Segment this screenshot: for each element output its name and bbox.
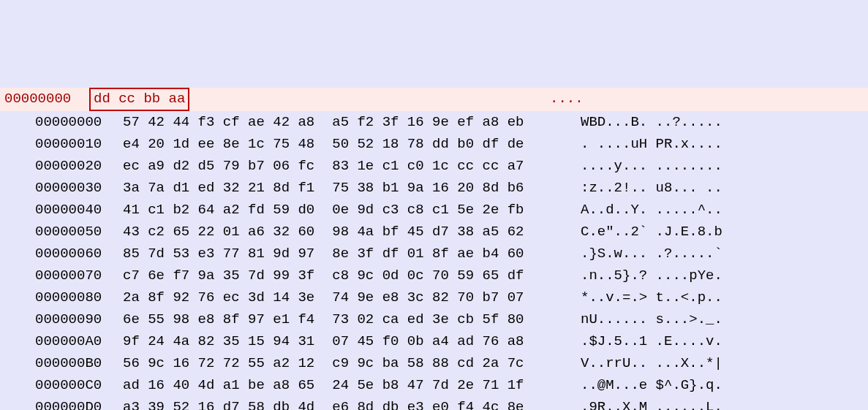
row-offset: 00000020	[0, 155, 123, 177]
hex-group-2: 98 4a bf 45 d7 38 a5 62	[332, 221, 524, 243]
row-ascii: ....y... ........	[532, 155, 844, 177]
hex-group-1: 2a 8f 92 76 ec 3d 14 3e	[123, 286, 314, 308]
row-hex-bytes: 56 9c 16 72 72 55 a2 12c9 9c ba 58 88 cd…	[123, 352, 532, 374]
row-offset: 00000000	[0, 111, 123, 133]
row-offset: 00000070	[0, 265, 123, 286]
row-hex-bytes: e4 20 1d ee 8e 1c 75 4850 52 18 78 dd b0…	[123, 133, 532, 155]
row-ascii: nU...... s...>._.	[532, 308, 844, 330]
hex-group-2: e6 8d db e3 e0 f4 4c 8e	[332, 396, 524, 410]
hex-group-1: 3a 7a d1 ed 32 21 8d f1	[123, 177, 314, 199]
hex-group-2: 75 38 b1 9a 16 20 8d b6	[332, 177, 524, 199]
header-offset: 00000000	[0, 88, 92, 111]
row-ascii: .$J.5..1 .E....v.	[532, 330, 844, 352]
row-ascii: *..v.=.> t..<.p..	[532, 286, 844, 308]
row-hex-bytes: 3a 7a d1 ed 32 21 8d f175 38 b1 9a 16 20…	[123, 177, 532, 199]
hex-group-1: 9f 24 4a 82 35 15 94 31	[123, 330, 314, 352]
header-row: 00000000dd cc bb aa....	[0, 88, 868, 111]
hex-group-2: c8 9c 0d 0c 70 59 65 df	[332, 265, 524, 286]
row-hex-bytes: ec a9 d2 d5 79 b7 06 fc83 1e c1 c0 1c cc…	[123, 155, 532, 177]
hex-group-1: a3 39 52 16 d7 58 db 4d	[123, 396, 314, 410]
hex-dump-view: 00000000dd cc bb aa....0000000057 42 44 …	[0, 88, 868, 410]
header-hex-highlight-box: dd cc bb aa	[89, 88, 189, 111]
row-offset: 00000010	[0, 133, 123, 155]
row-offset: 000000B0	[0, 352, 123, 374]
hex-group-2: 83 1e c1 c0 1c cc cc a7	[332, 155, 524, 177]
hex-group-2: 73 02 ca ed 3e cb 5f 80	[332, 308, 524, 330]
row-hex-bytes: 2a 8f 92 76 ec 3d 14 3e74 9e e8 3c 82 70…	[123, 286, 532, 308]
header-hex-area: dd cc bb aa	[92, 88, 502, 111]
hex-row: 000000303a 7a d1 ed 32 21 8d f175 38 b1 …	[0, 177, 868, 199]
row-offset: 00000080	[0, 286, 123, 308]
row-hex-bytes: c7 6e f7 9a 35 7d 99 3fc8 9c 0d 0c 70 59…	[123, 265, 532, 286]
hex-group-2: 07 45 f0 0b a4 ad 76 a8	[332, 330, 524, 352]
row-ascii: .}S.w... .?.....`	[532, 243, 844, 265]
hex-row: 00000020ec a9 d2 d5 79 b7 06 fc83 1e c1 …	[0, 155, 868, 177]
row-ascii: V..rrU.. ...X..*|	[532, 352, 844, 374]
hex-group-1: 85 7d 53 e3 77 81 9d 97	[123, 243, 314, 265]
row-offset: 00000040	[0, 199, 123, 221]
hex-row: 0000006085 7d 53 e3 77 81 9d 978e 3f df …	[0, 243, 868, 265]
hex-group-2: 74 9e e8 3c 82 70 b7 07	[332, 286, 524, 308]
hex-group-2: 24 5e b8 47 7d 2e 71 1f	[332, 374, 524, 396]
hex-group-2: 50 52 18 78 dd b0 df de	[332, 133, 524, 155]
row-offset: 00000090	[0, 308, 123, 330]
row-hex-bytes: 6e 55 98 e8 8f 97 e1 f473 02 ca ed 3e cb…	[123, 308, 532, 330]
row-ascii: A..d..Y. .....^..	[532, 199, 844, 221]
hex-row: 0000004041 c1 b2 64 a2 fd 59 d00e 9d c3 …	[0, 199, 868, 221]
row-ascii: . ....uH PR.x....	[532, 133, 844, 155]
hex-row: 000000C0ad 16 40 4d a1 be a8 6524 5e b8 …	[0, 374, 868, 396]
hex-group-1: e4 20 1d ee 8e 1c 75 48	[123, 133, 314, 155]
hex-row: 0000000057 42 44 f3 cf ae 42 a8a5 f2 3f …	[0, 111, 868, 133]
row-offset: 00000050	[0, 221, 123, 243]
header-ascii: ....	[502, 88, 813, 111]
row-offset: 000000A0	[0, 330, 123, 352]
hex-group-1: 41 c1 b2 64 a2 fd 59 d0	[123, 199, 314, 221]
hex-row: 00000070c7 6e f7 9a 35 7d 99 3fc8 9c 0d …	[0, 265, 868, 286]
row-offset: 000000C0	[0, 374, 123, 396]
hex-group-1: c7 6e f7 9a 35 7d 99 3f	[123, 265, 314, 286]
hex-row: 000000B056 9c 16 72 72 55 a2 12c9 9c ba …	[0, 352, 868, 374]
row-ascii: WBD...B. ..?.....	[532, 111, 844, 133]
row-offset: 00000030	[0, 177, 123, 199]
hex-group-1: 57 42 44 f3 cf ae 42 a8	[123, 111, 314, 133]
hex-group-1: ad 16 40 4d a1 be a8 65	[123, 374, 314, 396]
row-hex-bytes: 9f 24 4a 82 35 15 94 3107 45 f0 0b a4 ad…	[123, 330, 532, 352]
hex-row: 000000802a 8f 92 76 ec 3d 14 3e74 9e e8 …	[0, 286, 868, 308]
hex-row: 000000906e 55 98 e8 8f 97 e1 f473 02 ca …	[0, 308, 868, 330]
hex-group-1: 6e 55 98 e8 8f 97 e1 f4	[123, 308, 314, 330]
hex-group-2: c9 9c ba 58 88 cd 2a 7c	[332, 352, 524, 374]
hex-group-1: ec a9 d2 d5 79 b7 06 fc	[123, 155, 314, 177]
row-hex-bytes: 57 42 44 f3 cf ae 42 a8a5 f2 3f 16 9e ef…	[123, 111, 532, 133]
hex-group-2: 0e 9d c3 c8 c1 5e 2e fb	[332, 199, 524, 221]
row-offset: 000000D0	[0, 396, 123, 410]
row-ascii: .9R..X.M ......L.	[532, 396, 844, 410]
hex-row: 0000005043 c2 65 22 01 a6 32 6098 4a bf …	[0, 221, 868, 243]
row-ascii: ..@M...e $^.G}.q.	[532, 374, 844, 396]
row-hex-bytes: ad 16 40 4d a1 be a8 6524 5e b8 47 7d 2e…	[123, 374, 532, 396]
hex-group-1: 43 c2 65 22 01 a6 32 60	[123, 221, 314, 243]
row-offset: 00000060	[0, 243, 123, 265]
row-ascii: C.e"..2` .J.E.8.b	[532, 221, 844, 243]
row-hex-bytes: 85 7d 53 e3 77 81 9d 978e 3f df 01 8f ae…	[123, 243, 532, 265]
hex-group-2: a5 f2 3f 16 9e ef a8 eb	[332, 111, 524, 133]
hex-row: 000000D0a3 39 52 16 d7 58 db 4de6 8d db …	[0, 396, 868, 410]
hex-row: 000000A09f 24 4a 82 35 15 94 3107 45 f0 …	[0, 330, 868, 352]
hex-group-2: 8e 3f df 01 8f ae b4 60	[332, 243, 524, 265]
row-ascii: :z..2!.. u8... ..	[532, 177, 844, 199]
row-hex-bytes: 43 c2 65 22 01 a6 32 6098 4a bf 45 d7 38…	[123, 221, 532, 243]
row-hex-bytes: a3 39 52 16 d7 58 db 4de6 8d db e3 e0 f4…	[123, 396, 532, 410]
row-hex-bytes: 41 c1 b2 64 a2 fd 59 d00e 9d c3 c8 c1 5e…	[123, 199, 532, 221]
row-ascii: .n..5}.? ....pYe.	[532, 265, 844, 286]
hex-group-1: 56 9c 16 72 72 55 a2 12	[123, 352, 314, 374]
hex-row: 00000010e4 20 1d ee 8e 1c 75 4850 52 18 …	[0, 133, 868, 155]
